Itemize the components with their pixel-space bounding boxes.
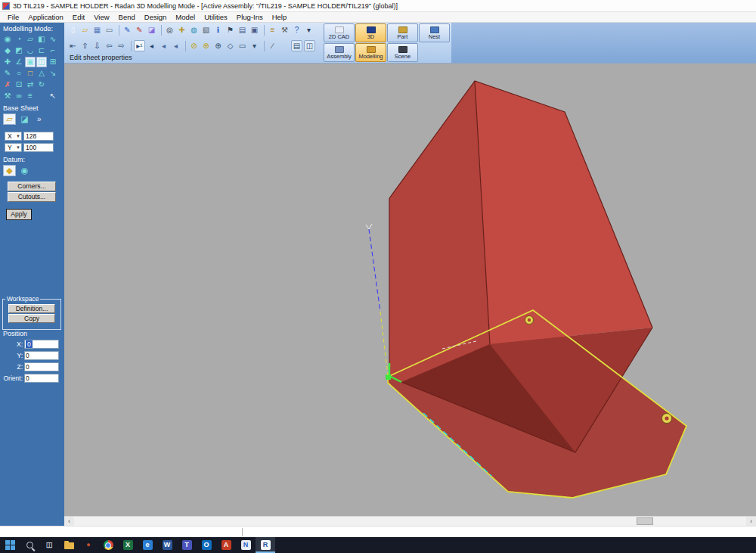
scroll-left-button[interactable]: ‹: [64, 517, 74, 526]
taskbar-file-explorer-button[interactable]: [59, 537, 79, 553]
position-orient-input[interactable]: 0: [24, 374, 59, 383]
delete-icon[interactable]: ✗: [2, 79, 13, 90]
model-back-panel-right[interactable]: [475, 81, 652, 344]
monitor-icon[interactable]: ▣: [249, 24, 260, 36]
shade-cube-icon[interactable]: ▧: [200, 24, 212, 36]
translate-icon[interactable]: ⇄: [25, 79, 36, 90]
sketch-icon[interactable]: ∿: [48, 34, 58, 45]
flag-icon[interactable]: ⚑: [225, 24, 236, 36]
part-mode-button[interactable]: Part: [387, 23, 418, 42]
split-icon[interactable]: ▣: [25, 57, 36, 67]
datum-view-icon[interactable]: ◉: [18, 165, 31, 176]
nest-mode-button[interactable]: Nest: [419, 23, 450, 42]
scene-mode-button[interactable]: Scene: [387, 43, 418, 62]
layers-icon[interactable]: ≡: [25, 91, 36, 101]
taskbar-edge-button[interactable]: e: [138, 537, 157, 553]
info-icon[interactable]: ℹ: [212, 24, 224, 36]
taskbar-app-red-button[interactable]: ●: [79, 537, 98, 553]
open-folder-icon[interactable]: ▱: [79, 24, 91, 36]
menu-design[interactable]: Design: [140, 13, 172, 21]
orbit-icon[interactable]: ◔: [14, 34, 24, 45]
base-sheet-icon[interactable]: ▱: [3, 113, 16, 125]
3d-viewport[interactable]: [64, 64, 756, 516]
join-icon[interactable]: ◫: [36, 57, 47, 67]
select-region-icon[interactable]: ◂: [170, 40, 181, 51]
select-all-icon[interactable]: ⊕: [200, 40, 212, 51]
sheet-x-input[interactable]: 128: [23, 132, 54, 141]
corner-handle[interactable]: [386, 374, 391, 380]
angle-icon[interactable]: ∠: [14, 57, 24, 67]
corner-relief-icon[interactable]: ⌐: [48, 45, 58, 56]
hole-feature-2[interactable]: [662, 414, 672, 424]
view-list-icon[interactable]: ▤: [291, 40, 302, 51]
tools-icon[interactable]: ⚒: [2, 91, 13, 101]
deselect-all-icon[interactable]: ⊘: [188, 40, 200, 51]
solid-icon[interactable]: ◆: [2, 45, 13, 56]
workspace-copy-button[interactable]: Copy: [8, 314, 55, 323]
menu-model[interactable]: Model: [171, 13, 200, 21]
menu-edit[interactable]: Edit: [68, 13, 89, 21]
hole-feature-1[interactable]: [525, 316, 534, 325]
position-x-input[interactable]: 0: [24, 340, 59, 349]
stack-icon[interactable]: ≡: [267, 24, 278, 36]
bend-icon[interactable]: ◡: [25, 45, 36, 56]
workspace-definition-button[interactable]: Definition...: [8, 304, 55, 313]
select-item-icon[interactable]: ◂: [146, 40, 157, 51]
view-icon[interactable]: ◉: [2, 34, 13, 45]
expand-arrow-icon[interactable]: »: [37, 115, 42, 123]
eraser-icon[interactable]: ◪: [146, 24, 157, 36]
menu-plug-ins[interactable]: Plug-Ins: [232, 13, 268, 21]
3d-mode-button[interactable]: 3D: [355, 23, 386, 42]
extrude-icon[interactable]: ◩: [14, 45, 24, 56]
menu-view[interactable]: View: [89, 13, 113, 21]
wrench-icon[interactable]: ⚒: [279, 24, 290, 36]
pen-red-icon[interactable]: ✎: [134, 24, 145, 36]
scroll-thumb[interactable]: [637, 517, 653, 525]
select-single-icon[interactable]: ▸¹: [134, 40, 145, 51]
view-panel-icon[interactable]: ◫: [304, 40, 315, 51]
menu-utilities[interactable]: Utilities: [200, 13, 232, 21]
menu-bend[interactable]: Bend: [114, 13, 140, 21]
taskbar-excel-button[interactable]: X: [118, 537, 138, 553]
pen-blue-icon[interactable]: ✎: [122, 24, 133, 36]
assembly-mode-button[interactable]: Assembly: [324, 43, 355, 62]
model-canvas[interactable]: [64, 64, 756, 516]
position-z-input[interactable]: 0: [24, 362, 59, 371]
apply-button[interactable]: Apply: [6, 209, 32, 220]
taskbar-word-button[interactable]: W: [157, 537, 177, 553]
datum-position-icon[interactable]: ◆: [3, 165, 16, 176]
go-first-icon[interactable]: ⇤: [67, 40, 79, 51]
go-back-icon[interactable]: ⇦: [104, 40, 115, 51]
sheet-bounds-icon[interactable]: ▭: [237, 40, 248, 51]
fold-icon[interactable]: ◧: [36, 34, 47, 45]
draw-circle-icon[interactable]: ○: [14, 68, 24, 79]
save-icon[interactable]: ▦: [91, 24, 103, 36]
x-axis-combo[interactable]: X▼: [5, 132, 22, 141]
print-icon[interactable]: ▭: [104, 24, 115, 36]
menu-file[interactable]: File: [3, 13, 23, 21]
dimension-icon[interactable]: ↘: [48, 68, 58, 79]
2d-cad-mode-button[interactable]: 2D CAD: [324, 23, 355, 42]
rotate-icon[interactable]: ↻: [36, 79, 47, 90]
draw-rect-icon[interactable]: □: [25, 68, 36, 79]
duplicate-icon[interactable]: ⊡: [14, 79, 24, 90]
sheet-y-input[interactable]: 100: [23, 143, 54, 152]
cutouts-button[interactable]: Cutouts...: [8, 192, 56, 202]
y-axis-combo[interactable]: Y▼: [5, 143, 22, 152]
taskbar-task-view-button[interactable]: ◫: [39, 537, 59, 553]
pointer-icon[interactable]: ↖: [48, 91, 58, 101]
go-up-icon[interactable]: ⇧: [79, 40, 91, 51]
snap-grid-icon[interactable]: ⊞: [48, 57, 58, 67]
go-down-icon[interactable]: ⇩: [91, 40, 103, 51]
horizontal-scrollbar[interactable]: ‹ ›: [64, 516, 756, 526]
punch-icon[interactable]: ✚: [2, 57, 13, 67]
menu-application[interactable]: Application: [23, 13, 67, 21]
taskbar-chrome-button[interactable]: [98, 537, 118, 553]
attach-icon[interactable]: ∞: [14, 91, 24, 101]
snap-diamond-icon[interactable]: ◇: [225, 40, 236, 51]
taskbar-teams-button[interactable]: T: [177, 537, 197, 553]
menu-help[interactable]: Help: [268, 13, 292, 21]
help-dropdown-icon[interactable]: ▾: [303, 24, 314, 36]
taskbar-start-button[interactable]: [0, 537, 20, 553]
taskbar-outlook-button[interactable]: O: [197, 537, 216, 553]
